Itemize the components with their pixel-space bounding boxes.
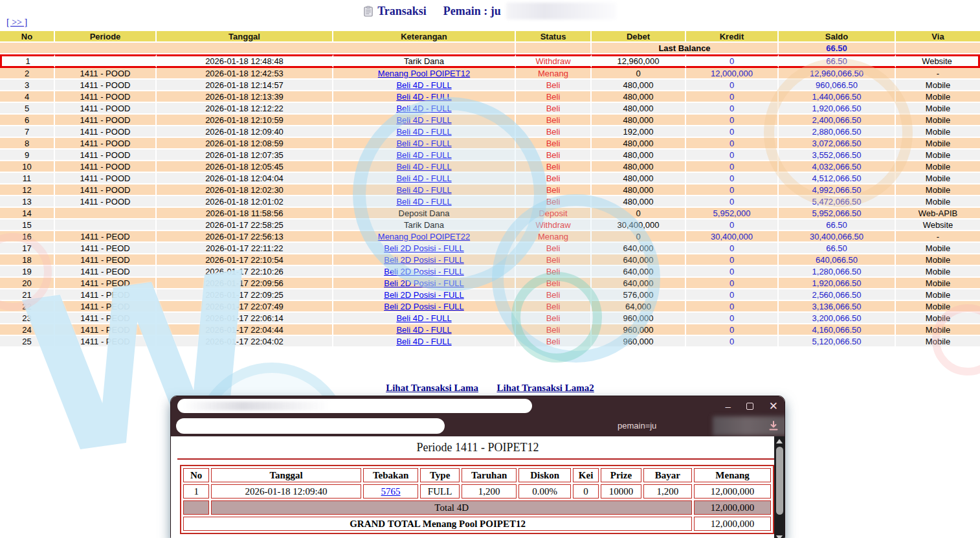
- last-balance-value: 66.50: [779, 43, 896, 54]
- keterangan-link[interactable]: Beli 2D Posisi - FULL: [384, 243, 464, 253]
- transaction-row: 241411 - PEOD2026-01-17 22:04:44Beli 4D …: [0, 324, 980, 336]
- cell-kredit: 0: [686, 138, 779, 150]
- keterangan-link[interactable]: Beli 2D Posisi - FULL: [384, 255, 464, 265]
- cell-debet: 0: [592, 208, 686, 219]
- cell-tanggal: 2026-01-18 11:58:56: [157, 208, 333, 219]
- maximize-button[interactable]: [746, 403, 753, 410]
- next-page-link[interactable]: [ >> ]: [6, 17, 27, 28]
- cell-kredit: 0: [686, 185, 779, 196]
- transactions-table: NoPeriodeTanggalKeteranganStatusDebetKre…: [0, 31, 980, 348]
- popup-titlebar[interactable]: – ✕: [171, 396, 785, 416]
- cell-kredit: 12,000,000: [686, 68, 779, 80]
- cell-no: 13: [0, 196, 55, 208]
- address-pill[interactable]: [176, 418, 445, 434]
- popup-addressbar[interactable]: pemain=ju: [171, 416, 785, 436]
- cell-status: Beli: [516, 289, 592, 301]
- grand-total-label: GRAND TOTAL Menang Pool POIPET12: [183, 517, 692, 531]
- keterangan-link[interactable]: Beli 4D - FULL: [396, 80, 451, 90]
- keterangan-link[interactable]: Beli 2D Posisi - FULL: [384, 290, 464, 300]
- keterangan-link[interactable]: Beli 2D Posisi - FULL: [384, 302, 464, 311]
- minimize-button[interactable]: –: [725, 401, 730, 411]
- last-balance-via: [896, 43, 980, 54]
- cell-saldo: 12,960,066.50: [779, 68, 896, 80]
- close-button[interactable]: ✕: [769, 401, 778, 412]
- cell-keterangan: Beli 4D - FULL: [333, 126, 516, 138]
- tebakan-link[interactable]: 5765: [381, 486, 401, 497]
- last-balance-spacer: [0, 43, 516, 54]
- cell-kredit: 5,952,000: [686, 208, 779, 219]
- keterangan-link[interactable]: Beli 4D - FULL: [396, 162, 451, 172]
- popup-scrollbar[interactable]: [774, 436, 785, 538]
- cell-debet: 480,000: [592, 173, 686, 185]
- cell-saldo: 3,136,066.50: [779, 301, 896, 313]
- lihat-transaksi-lama-link[interactable]: Lihat Transaksi Lama: [386, 383, 478, 393]
- cell-keterangan: Beli 4D - FULL: [333, 80, 516, 91]
- cell-no: 11: [0, 173, 55, 185]
- scroll-up-icon[interactable]: [776, 439, 783, 443]
- keterangan-link[interactable]: Beli 4D - FULL: [396, 139, 451, 148]
- cell-debet: 640,000: [592, 278, 686, 289]
- keterangan-link[interactable]: Beli 4D - FULL: [396, 115, 451, 125]
- keterangan-link[interactable]: Beli 4D - FULL: [396, 313, 451, 323]
- last-balance-status: [516, 43, 592, 54]
- cell-status: Beli: [516, 173, 592, 185]
- scroll-down-icon[interactable]: [776, 535, 783, 538]
- scrollbar-thumb[interactable]: [776, 447, 783, 515]
- cell-saldo: 3,200,066.50: [779, 313, 896, 324]
- keterangan-link[interactable]: Menang Pool POIPET12: [378, 69, 470, 78]
- cell-keterangan: Menang Pool POIPET12: [333, 68, 516, 80]
- cell-via: Mobile: [896, 278, 980, 289]
- cell-saldo: 960,066.50: [779, 80, 896, 91]
- cell-tanggal: 2026-01-18 12:04:04: [157, 173, 333, 185]
- cell-saldo: 3,552,066.50: [779, 150, 896, 161]
- grand-total-row: GRAND TOTAL Menang Pool POIPET1212,000,0…: [183, 517, 771, 531]
- transaction-row: 131411 - POOD2026-01-18 12:01:02Beli 4D …: [0, 196, 980, 208]
- detail-prize: 10000: [601, 484, 641, 499]
- cell-keterangan: Beli 2D Posisi - FULL: [333, 243, 516, 254]
- popup-divider: [177, 458, 778, 460]
- page-header: Transaksi Pemain : ju: [0, 0, 980, 19]
- keterangan-link[interactable]: Beli 4D - FULL: [396, 92, 451, 102]
- cell-tanggal: 2026-01-17 22:09:25: [157, 289, 333, 301]
- detail-header-bayar: Bayar: [643, 468, 693, 482]
- cell-debet: 192,000: [592, 126, 686, 138]
- cell-keterangan: Beli 4D - FULL: [333, 173, 516, 185]
- keterangan-link[interactable]: Beli 4D - FULL: [396, 104, 451, 113]
- cell-debet: 0: [592, 231, 686, 243]
- transaction-row: 251411 - PEOD2026-01-17 22:04:02Beli 4D …: [0, 336, 980, 348]
- keterangan-link[interactable]: Menang Pool POIPET22: [378, 232, 470, 241]
- keterangan-link[interactable]: Beli 4D - FULL: [396, 197, 451, 207]
- keterangan-link[interactable]: Beli 2D Posisi - FULL: [384, 267, 464, 276]
- cell-saldo: 4,160,066.50: [779, 324, 896, 336]
- keterangan-link[interactable]: Beli 4D - FULL: [396, 325, 451, 335]
- cell-keterangan: Beli 4D - FULL: [333, 138, 516, 150]
- cell-tanggal: 2026-01-17 22:56:13: [157, 231, 333, 243]
- column-header-debet: Debet: [592, 31, 686, 43]
- cell-keterangan: Beli 4D - FULL: [333, 161, 516, 173]
- transaction-row: 111411 - POOD2026-01-18 12:04:04Beli 4D …: [0, 173, 980, 185]
- cell-kredit: 0: [686, 150, 779, 161]
- cell-no: 19: [0, 266, 55, 278]
- column-header-status: Status: [516, 31, 592, 43]
- keterangan-link[interactable]: Beli 4D - FULL: [396, 127, 451, 137]
- keterangan-link[interactable]: Beli 4D - FULL: [396, 174, 451, 183]
- cell-periode: 1411 - POOD: [55, 138, 157, 150]
- cell-status: Beli: [516, 196, 592, 208]
- cell-via: Mobile: [896, 126, 980, 138]
- keterangan-link[interactable]: Beli 4D - FULL: [396, 337, 451, 346]
- lihat-transaksi-lama2-link[interactable]: Lihat Transaksi Lama2: [496, 383, 594, 393]
- keterangan-link[interactable]: Beli 4D - FULL: [396, 185, 451, 195]
- keterangan-link[interactable]: Beli 4D - FULL: [396, 150, 451, 160]
- transaction-row: 152026-01-17 22:58:25Tarik DanaWithdraw3…: [0, 219, 980, 231]
- popup-tab-pill[interactable]: [177, 399, 532, 413]
- download-icon[interactable]: [768, 420, 779, 432]
- cell-via: Mobile: [896, 313, 980, 324]
- cell-kredit: 0: [686, 126, 779, 138]
- cell-via: Mobile: [896, 91, 980, 103]
- detail-tebakan: 5765: [363, 484, 419, 499]
- cell-debet: 960,000: [592, 324, 686, 336]
- cell-tanggal: 2026-01-18 12:05:45: [157, 161, 333, 173]
- cell-debet: 480,000: [592, 150, 686, 161]
- keterangan-link[interactable]: Beli 2D Posisi - FULL: [384, 278, 464, 288]
- title-pemain: Pemain : ju: [443, 5, 501, 18]
